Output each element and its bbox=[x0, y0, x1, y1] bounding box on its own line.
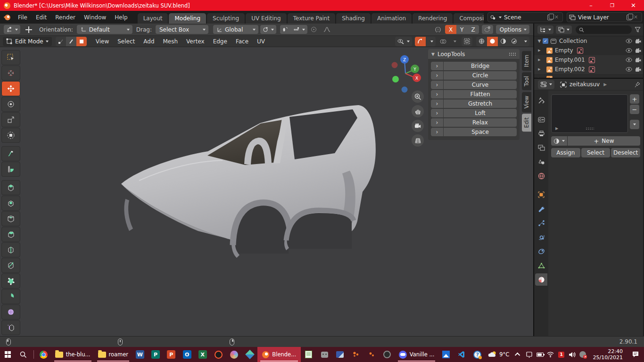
tab-world[interactable] bbox=[535, 170, 547, 182]
tab-render[interactable] bbox=[535, 113, 547, 125]
browse-material-dropdown[interactable] bbox=[551, 136, 567, 146]
viewport-menu-face[interactable]: Face bbox=[231, 38, 253, 45]
slots-resize-grip[interactable] bbox=[586, 127, 594, 130]
collection-name[interactable]: Collection bbox=[559, 38, 587, 44]
proportional-falloff-dropdown[interactable] bbox=[321, 25, 333, 34]
collection-checkbox[interactable]: ✓ bbox=[543, 38, 548, 44]
taskbar-help[interactable]: ? bbox=[470, 347, 485, 362]
tool-poly-build[interactable] bbox=[1, 273, 20, 288]
curve-button[interactable]: Curve bbox=[444, 81, 517, 89]
close-button[interactable]: ✕ bbox=[623, 0, 644, 11]
new-scene-icon[interactable] bbox=[547, 15, 553, 20]
sidebar-tab-view[interactable]: View bbox=[522, 92, 531, 112]
tool-rotate[interactable] bbox=[1, 97, 20, 112]
xray-toggle[interactable] bbox=[462, 37, 472, 46]
tool-inset-faces[interactable] bbox=[1, 211, 20, 226]
tool-smooth[interactable] bbox=[1, 304, 20, 320]
taskbar-photos[interactable] bbox=[438, 347, 454, 362]
orientation-dropdown[interactable]: Default bbox=[77, 25, 132, 34]
zoom-button[interactable] bbox=[412, 90, 424, 103]
taskbar-spiral-app[interactable] bbox=[380, 347, 395, 362]
looptools-header[interactable]: ▼ LoopTools bbox=[428, 49, 520, 59]
tab-physics[interactable] bbox=[535, 231, 547, 243]
taskbar-media-app[interactable] bbox=[332, 347, 348, 362]
tool-spin[interactable] bbox=[1, 289, 20, 304]
tool-measure[interactable] bbox=[1, 162, 20, 177]
overlays-toggle[interactable] bbox=[438, 37, 449, 46]
blender-menu-icon[interactable] bbox=[4, 14, 11, 21]
tab-compositing[interactable]: Compositing bbox=[454, 13, 484, 24]
tray-update-icon[interactable]: 1 bbox=[556, 347, 567, 362]
slots-expand-icon[interactable]: ▶ bbox=[555, 126, 558, 131]
viewport-menu-vertex[interactable]: Vertex bbox=[182, 38, 209, 45]
menu-window[interactable]: Window bbox=[80, 14, 110, 21]
pan-button[interactable] bbox=[412, 105, 424, 117]
taskbar-discord[interactable]: Vanille ... bbox=[395, 347, 438, 362]
tab-output[interactable] bbox=[535, 127, 547, 140]
tray-volume-icon[interactable] bbox=[567, 347, 578, 362]
notification-center-button[interactable] bbox=[627, 347, 644, 362]
snap-toggle[interactable] bbox=[280, 25, 291, 34]
minimize-button[interactable]: – bbox=[580, 0, 602, 11]
taskbar-blockbench[interactable] bbox=[242, 347, 257, 362]
outliner-filter-dropdown[interactable] bbox=[556, 25, 572, 34]
tray-cast-icon[interactable] bbox=[524, 347, 535, 362]
viewport-menu-add[interactable]: Add bbox=[139, 38, 158, 45]
tool-edge-slide[interactable] bbox=[1, 320, 20, 335]
tab-rendering[interactable]: Rendering bbox=[413, 13, 453, 24]
viewport-menu-view[interactable]: View bbox=[91, 38, 113, 45]
taskbar-outlook[interactable]: O bbox=[179, 347, 195, 362]
collection-expand-icon[interactable]: ▼ bbox=[536, 39, 543, 43]
ortho-toggle-button[interactable] bbox=[412, 134, 424, 147]
active-tool-dropdown[interactable] bbox=[4, 25, 20, 34]
tweak-falloff-button[interactable] bbox=[482, 25, 493, 34]
tab-sculpting[interactable]: Sculpting bbox=[207, 13, 245, 24]
overlays-dropdown[interactable] bbox=[449, 37, 459, 46]
loft-button[interactable]: Loft bbox=[444, 109, 517, 117]
material-slots-list[interactable]: ▶ bbox=[551, 94, 628, 133]
sidebar-tab-item[interactable]: Item bbox=[522, 51, 531, 71]
edge-select-button[interactable] bbox=[66, 37, 76, 46]
view-axis-gizmo[interactable]: Z Y X bbox=[387, 51, 424, 93]
outliner-row-collection[interactable]: ▼ ✓ Collection bbox=[534, 36, 643, 46]
tool-annotate[interactable] bbox=[1, 146, 20, 161]
tray-audio-muted-icon[interactable]: ✕ bbox=[578, 347, 588, 362]
tool-knife[interactable] bbox=[1, 258, 20, 273]
tool-scale[interactable] bbox=[1, 112, 20, 127]
flatten-options-arrow[interactable]: › bbox=[431, 90, 443, 99]
taskbar-excel[interactable]: X bbox=[195, 347, 210, 362]
tab-animation[interactable]: Animation bbox=[372, 13, 412, 24]
viewport-menu-uv[interactable]: UV bbox=[253, 38, 269, 45]
circle-options-arrow[interactable]: › bbox=[431, 71, 443, 80]
tab-modeling[interactable]: Modeling bbox=[169, 13, 206, 24]
new-material-button[interactable]: + New bbox=[568, 136, 640, 146]
outliner-search-input[interactable] bbox=[576, 25, 632, 34]
tab-object-data[interactable] bbox=[535, 259, 547, 272]
space-options-arrow[interactable]: › bbox=[431, 128, 443, 136]
sidebar-tab-edit[interactable]: Edit bbox=[522, 114, 531, 132]
gizmo-settings-dropdown[interactable] bbox=[426, 37, 436, 46]
tab-shading[interactable]: Shading bbox=[336, 13, 371, 24]
properties-editor-type-dropdown[interactable] bbox=[538, 80, 554, 89]
loft-options-arrow[interactable]: › bbox=[431, 109, 443, 117]
taskbar-folder-1[interactable]: the-blu... bbox=[51, 347, 94, 362]
outliner-display-mode-dropdown[interactable] bbox=[537, 25, 553, 34]
viewport-menu-mesh[interactable]: Mesh bbox=[159, 38, 182, 45]
scene-selector[interactable]: Scene ✕ bbox=[487, 12, 563, 22]
tab-layout[interactable]: Layout bbox=[138, 13, 168, 24]
tab-constraints[interactable] bbox=[535, 245, 547, 257]
object-name[interactable]: Empty.001 bbox=[555, 57, 585, 63]
bridge-options-arrow[interactable]: › bbox=[431, 62, 443, 70]
tool-cursor[interactable] bbox=[1, 66, 20, 81]
sidebar-tab-tool[interactable]: Tool bbox=[522, 72, 531, 90]
breadcrumb-object-name[interactable]: zeitakusuv bbox=[570, 81, 600, 88]
camera-restrict-icon[interactable] bbox=[635, 48, 641, 53]
camera-restrict-icon[interactable] bbox=[635, 39, 641, 44]
select-button[interactable]: Select bbox=[581, 148, 611, 157]
taskbar-dots-app-1[interactable] bbox=[348, 347, 363, 362]
options-dropdown[interactable]: Options bbox=[496, 25, 529, 34]
object-name[interactable]: Empty bbox=[555, 47, 573, 54]
camera-restrict-icon[interactable] bbox=[635, 67, 641, 72]
eye-icon[interactable] bbox=[626, 39, 632, 43]
mirror-y-toggle[interactable]: Y bbox=[456, 25, 467, 34]
